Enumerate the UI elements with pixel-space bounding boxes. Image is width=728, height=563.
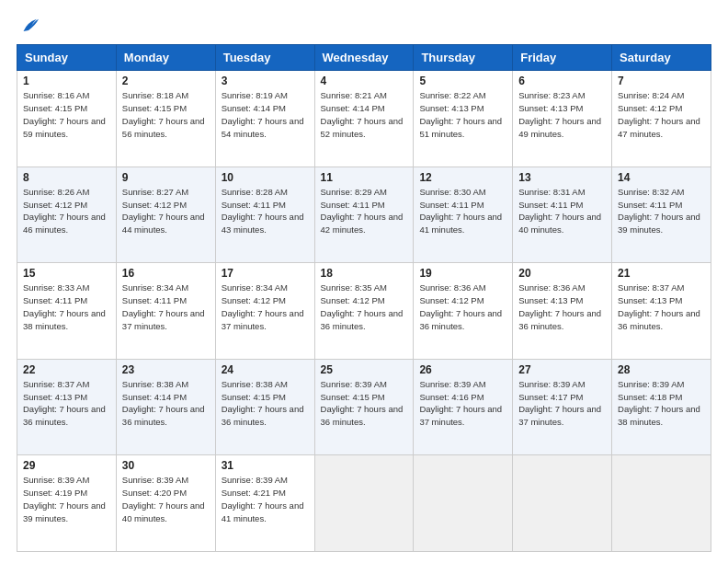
calendar-cell: 5Sunrise: 8:22 AMSunset: 4:13 PMDaylight…: [414, 71, 513, 167]
day-info: Sunrise: 8:30 AMSunset: 4:11 PMDaylight:…: [419, 186, 506, 236]
day-info: Sunrise: 8:33 AMSunset: 4:11 PMDaylight:…: [23, 282, 110, 332]
day-info: Sunrise: 8:36 AMSunset: 4:12 PMDaylight:…: [419, 282, 506, 332]
calendar-table: SundayMondayTuesdayWednesdayThursdayFrid…: [17, 44, 711, 552]
weekday-header-friday: Friday: [513, 45, 612, 71]
day-number: 25: [321, 363, 408, 376]
day-number: 26: [419, 363, 506, 376]
weekday-header-sunday: Sunday: [17, 45, 117, 71]
calendar-cell: [314, 455, 414, 552]
day-number: 11: [321, 171, 408, 184]
day-number: 16: [122, 267, 210, 280]
day-number: 5: [419, 75, 506, 87]
day-info: Sunrise: 8:34 AMSunset: 4:12 PMDaylight:…: [222, 282, 309, 332]
page: SundayMondayTuesdayWednesdayThursdayFrid…: [0, 0, 728, 563]
calendar-cell: 19Sunrise: 8:36 AMSunset: 4:12 PMDayligh…: [414, 263, 513, 360]
day-number: 21: [618, 267, 705, 280]
day-info: Sunrise: 8:39 AMSunset: 4:19 PMDaylight:…: [23, 474, 110, 524]
day-info: Sunrise: 8:39 AMSunset: 4:21 PMDaylight:…: [222, 474, 309, 524]
calendar-cell: 17Sunrise: 8:34 AMSunset: 4:12 PMDayligh…: [215, 263, 314, 360]
day-info: Sunrise: 8:38 AMSunset: 4:15 PMDaylight:…: [222, 378, 309, 429]
day-number: 27: [518, 363, 606, 376]
day-number: 18: [321, 267, 408, 280]
day-number: 3: [222, 75, 309, 87]
weekday-header-tuesday: Tuesday: [215, 45, 314, 71]
logo-bird-icon: [18, 17, 39, 35]
day-info: Sunrise: 8:27 AMSunset: 4:12 PMDaylight:…: [122, 186, 210, 236]
calendar-cell: 20Sunrise: 8:36 AMSunset: 4:13 PMDayligh…: [513, 263, 612, 360]
calendar-cell: 26Sunrise: 8:39 AMSunset: 4:16 PMDayligh…: [414, 359, 513, 455]
day-info: Sunrise: 8:26 AMSunset: 4:12 PMDaylight:…: [23, 186, 110, 236]
day-number: 12: [419, 171, 506, 184]
day-info: Sunrise: 8:23 AMSunset: 4:13 PMDaylight:…: [518, 89, 606, 140]
calendar-cell: 24Sunrise: 8:38 AMSunset: 4:15 PMDayligh…: [215, 359, 314, 455]
logo: [17, 17, 37, 35]
day-info: Sunrise: 8:37 AMSunset: 4:13 PMDaylight:…: [23, 378, 110, 429]
calendar-cell: 27Sunrise: 8:39 AMSunset: 4:17 PMDayligh…: [513, 359, 612, 455]
weekday-header-monday: Monday: [116, 45, 215, 71]
calendar-cell: [513, 455, 612, 552]
day-number: 20: [518, 267, 606, 280]
day-info: Sunrise: 8:31 AMSunset: 4:11 PMDaylight:…: [518, 186, 606, 236]
calendar-cell: 6Sunrise: 8:23 AMSunset: 4:13 PMDaylight…: [513, 71, 612, 167]
day-number: 9: [122, 171, 210, 184]
calendar-cell: 15Sunrise: 8:33 AMSunset: 4:11 PMDayligh…: [17, 263, 117, 360]
day-number: 31: [222, 459, 309, 472]
calendar-cell: 30Sunrise: 8:39 AMSunset: 4:20 PMDayligh…: [116, 455, 215, 552]
header: [17, 17, 711, 35]
calendar-cell: 11Sunrise: 8:29 AMSunset: 4:11 PMDayligh…: [314, 167, 414, 263]
day-info: Sunrise: 8:21 AMSunset: 4:14 PMDaylight:…: [321, 89, 408, 140]
calendar-cell: 31Sunrise: 8:39 AMSunset: 4:21 PMDayligh…: [215, 455, 314, 552]
day-info: Sunrise: 8:18 AMSunset: 4:15 PMDaylight:…: [122, 89, 210, 140]
calendar-cell: 1Sunrise: 8:16 AMSunset: 4:15 PMDaylight…: [17, 71, 117, 167]
calendar-cell: 3Sunrise: 8:19 AMSunset: 4:14 PMDaylight…: [215, 71, 314, 167]
day-number: 30: [122, 459, 210, 472]
day-info: Sunrise: 8:22 AMSunset: 4:13 PMDaylight:…: [419, 89, 506, 140]
calendar-cell: 22Sunrise: 8:37 AMSunset: 4:13 PMDayligh…: [17, 359, 117, 455]
day-info: Sunrise: 8:16 AMSunset: 4:15 PMDaylight:…: [23, 89, 110, 140]
day-number: 28: [618, 363, 705, 376]
day-info: Sunrise: 8:37 AMSunset: 4:13 PMDaylight:…: [618, 282, 705, 332]
calendar-cell: 18Sunrise: 8:35 AMSunset: 4:12 PMDayligh…: [314, 263, 414, 360]
day-number: 7: [618, 75, 705, 87]
day-number: 19: [419, 267, 506, 280]
day-info: Sunrise: 8:38 AMSunset: 4:14 PMDaylight:…: [122, 378, 210, 429]
calendar-cell: 23Sunrise: 8:38 AMSunset: 4:14 PMDayligh…: [116, 359, 215, 455]
day-info: Sunrise: 8:39 AMSunset: 4:15 PMDaylight:…: [321, 378, 408, 429]
day-info: Sunrise: 8:32 AMSunset: 4:11 PMDaylight:…: [618, 186, 705, 236]
day-number: 22: [23, 363, 110, 376]
day-number: 23: [122, 363, 210, 376]
calendar-cell: [414, 455, 513, 552]
calendar-cell: 16Sunrise: 8:34 AMSunset: 4:11 PMDayligh…: [116, 263, 215, 360]
calendar-cell: 8Sunrise: 8:26 AMSunset: 4:12 PMDaylight…: [17, 167, 117, 263]
day-info: Sunrise: 8:35 AMSunset: 4:12 PMDaylight:…: [321, 282, 408, 332]
day-number: 24: [222, 363, 309, 376]
day-info: Sunrise: 8:39 AMSunset: 4:16 PMDaylight:…: [419, 378, 506, 429]
day-info: Sunrise: 8:29 AMSunset: 4:11 PMDaylight:…: [321, 186, 408, 236]
calendar-cell: 2Sunrise: 8:18 AMSunset: 4:15 PMDaylight…: [116, 71, 215, 167]
calendar-cell: 12Sunrise: 8:30 AMSunset: 4:11 PMDayligh…: [414, 167, 513, 263]
day-number: 1: [23, 75, 110, 87]
calendar-cell: 13Sunrise: 8:31 AMSunset: 4:11 PMDayligh…: [513, 167, 612, 263]
calendar-cell: 9Sunrise: 8:27 AMSunset: 4:12 PMDaylight…: [116, 167, 215, 263]
day-number: 6: [518, 75, 606, 87]
day-number: 13: [518, 171, 606, 184]
day-info: Sunrise: 8:19 AMSunset: 4:14 PMDaylight:…: [222, 89, 309, 140]
day-number: 29: [23, 459, 110, 472]
day-info: Sunrise: 8:39 AMSunset: 4:17 PMDaylight:…: [518, 378, 606, 429]
calendar-cell: [612, 455, 711, 552]
calendar-cell: 10Sunrise: 8:28 AMSunset: 4:11 PMDayligh…: [215, 167, 314, 263]
day-info: Sunrise: 8:39 AMSunset: 4:20 PMDaylight:…: [122, 474, 210, 524]
calendar-cell: 4Sunrise: 8:21 AMSunset: 4:14 PMDaylight…: [314, 71, 414, 167]
day-info: Sunrise: 8:36 AMSunset: 4:13 PMDaylight:…: [518, 282, 606, 332]
calendar-cell: 14Sunrise: 8:32 AMSunset: 4:11 PMDayligh…: [612, 167, 711, 263]
weekday-header-wednesday: Wednesday: [314, 45, 414, 71]
weekday-header-saturday: Saturday: [612, 45, 711, 71]
calendar-cell: 21Sunrise: 8:37 AMSunset: 4:13 PMDayligh…: [612, 263, 711, 360]
day-info: Sunrise: 8:39 AMSunset: 4:18 PMDaylight:…: [618, 378, 705, 429]
calendar-cell: 29Sunrise: 8:39 AMSunset: 4:19 PMDayligh…: [17, 455, 117, 552]
day-number: 8: [23, 171, 110, 184]
day-number: 17: [222, 267, 309, 280]
calendar-cell: 7Sunrise: 8:24 AMSunset: 4:12 PMDaylight…: [612, 71, 711, 167]
calendar-cell: 25Sunrise: 8:39 AMSunset: 4:15 PMDayligh…: [314, 359, 414, 455]
day-number: 14: [618, 171, 705, 184]
